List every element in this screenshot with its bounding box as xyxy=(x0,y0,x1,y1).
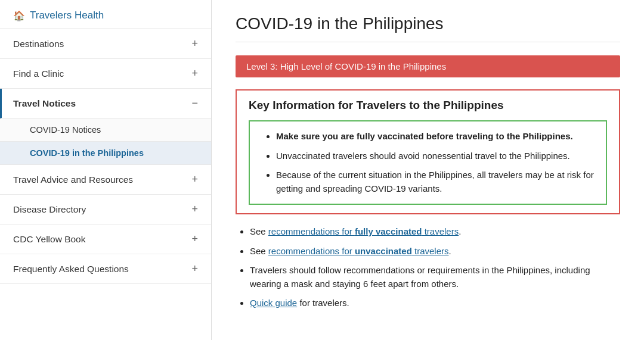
green-highlight-box: Make sure you are fully vaccinated befor… xyxy=(249,120,607,205)
sidebar-item-faq[interactable]: Frequently Asked Questions + xyxy=(0,254,211,284)
list-item: Because of the current situation in the … xyxy=(276,169,594,195)
list-item: See recommendations for fully vaccinated… xyxy=(250,225,620,239)
green-bullet-list: Make sure you are fully vaccinated befor… xyxy=(262,130,594,195)
sidebar-subitem-covid-philippines[interactable]: COVID-19 in the Philippines xyxy=(0,142,211,165)
expand-icon: + xyxy=(191,38,198,50)
sidebar-item-disease-directory[interactable]: Disease Directory + xyxy=(0,195,211,224)
unvaccinated-link[interactable]: recommendations for unvaccinated travele… xyxy=(268,246,449,256)
sidebar-item-destinations[interactable]: Destinations + xyxy=(0,29,211,59)
list-item: See recommendations for unvaccinated tra… xyxy=(250,245,620,258)
list-item: Make sure you are fully vaccinated befor… xyxy=(276,130,594,144)
list-item: Unvaccinated travelers should avoid none… xyxy=(276,149,594,163)
sidebar-item-find-a-clinic[interactable]: Find a Clinic + xyxy=(0,59,211,89)
collapse-icon: − xyxy=(191,97,198,110)
expand-icon: + xyxy=(191,173,198,186)
page-title: COVID-19 in the Philippines xyxy=(236,14,620,42)
home-icon: 🏠 xyxy=(13,10,25,21)
sidebar-subitem-label: COVID-19 in the Philippines xyxy=(30,148,144,158)
outer-bullet-list: See recommendations for fully vaccinated… xyxy=(236,225,620,310)
sidebar-subitem-covid-notices[interactable]: COVID-19 Notices xyxy=(0,118,211,142)
bullet-text-static: See xyxy=(250,246,268,256)
sidebar-item-label: Travel Advice and Resources xyxy=(13,174,133,185)
bullet-text-after: for travelers. xyxy=(297,298,349,308)
main-content: COVID-19 in the Philippines Level 3: Hig… xyxy=(212,0,644,340)
list-item: Quick guide for travelers. xyxy=(250,297,620,310)
bullet-text-bold: Make sure you are fully vaccinated befor… xyxy=(276,131,573,141)
expand-icon: + xyxy=(191,233,198,245)
bullet-text-static: See xyxy=(250,226,268,236)
sidebar-subitem-label: COVID-19 Notices xyxy=(30,125,101,135)
sidebar-item-travel-advice[interactable]: Travel Advice and Resources + xyxy=(0,165,211,195)
sidebar: 🏠 Travelers Health Destinations + Find a… xyxy=(0,0,212,340)
sidebar-item-travel-notices[interactable]: Travel Notices − xyxy=(0,89,211,118)
quick-guide-link[interactable]: Quick guide xyxy=(250,298,297,308)
key-info-title: Key Information for Travelers to the Phi… xyxy=(249,99,607,112)
expand-icon: + xyxy=(191,203,198,216)
sidebar-item-cdc-yellow-book[interactable]: CDC Yellow Book + xyxy=(0,224,211,254)
vaccinated-link[interactable]: recommendations for fully vaccinated tra… xyxy=(268,226,459,236)
key-info-box: Key Information for Travelers to the Phi… xyxy=(236,89,620,214)
sidebar-item-label: Destinations xyxy=(13,39,64,49)
bullet-text: Travelers should follow recommendations … xyxy=(250,265,590,289)
sidebar-header[interactable]: 🏠 Travelers Health xyxy=(0,0,211,29)
expand-icon: + xyxy=(191,67,198,80)
sidebar-item-label: Disease Directory xyxy=(13,204,86,215)
sidebar-item-label: Find a Clinic xyxy=(13,68,64,79)
bullet-punctuation: . xyxy=(459,226,461,236)
sidebar-item-label: Travel Notices xyxy=(13,98,76,109)
sidebar-item-label: CDC Yellow Book xyxy=(13,234,85,245)
sidebar-item-label: Frequently Asked Questions xyxy=(13,264,129,275)
list-item: Travelers should follow recommendations … xyxy=(250,264,620,291)
bullet-punctuation: . xyxy=(449,246,451,256)
alert-banner: Level 3: High Level of COVID-19 in the P… xyxy=(236,55,620,77)
sidebar-travelers-health-link[interactable]: Travelers Health xyxy=(30,10,104,21)
expand-icon: + xyxy=(191,263,198,275)
